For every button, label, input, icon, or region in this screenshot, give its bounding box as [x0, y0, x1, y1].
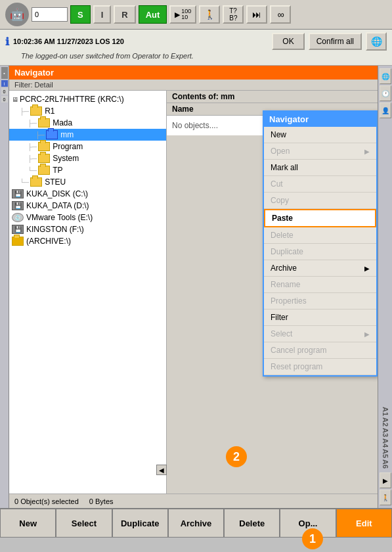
right-btn-person[interactable]: 👤: [380, 103, 391, 118]
arrow-archive: ▶: [364, 265, 370, 272]
sidebar-icon-1: ▪: [1, 67, 8, 79]
tree-item-vmware[interactable]: 💿 VMware Tools (E:\): [9, 212, 166, 223]
connector-system: ├─: [28, 155, 37, 162]
tree-item-kingston-label: KINGSTON (F:\): [26, 225, 84, 234]
tree-item-system[interactable]: ├─ System: [9, 152, 166, 164]
tree-item-mm-label: mm: [60, 130, 74, 139]
tree-item-program-label: Program: [53, 142, 83, 151]
tree-item-steu-label: STEU: [45, 177, 66, 187]
btn-walk[interactable]: 🚶: [199, 5, 220, 24]
right-label-a4: A4: [381, 438, 389, 448]
folder-icon-program: [38, 142, 50, 151]
right-btn-play[interactable]: ▶: [380, 472, 391, 488]
info-icon: ℹ: [5, 35, 9, 48]
btn-duplicate[interactable]: Duplicate: [112, 509, 168, 538]
scroll-left-btn[interactable]: ◀: [156, 465, 167, 475]
tree-item-kingston[interactable]: 💾 KINGSTON (F:\): [9, 223, 166, 235]
menu-item-select[interactable]: Select ▶: [264, 326, 376, 342]
drive-icon-kingston: 💾: [12, 225, 24, 234]
tree-item-kuka-data-label: KUKA_DATA (D:\): [26, 201, 89, 210]
size-status: 0 Bytes: [89, 497, 114, 505]
menu-item-rename[interactable]: Rename: [264, 277, 376, 293]
btn-skip[interactable]: ⏭: [246, 5, 267, 24]
tree-item-tp[interactable]: └─ TP: [9, 164, 166, 176]
btn-s[interactable]: S: [70, 5, 91, 24]
info-message: The logged-on user switched from Operato…: [0, 52, 392, 62]
menu-item-cut[interactable]: Cut: [264, 176, 376, 193]
btn-new[interactable]: New: [0, 509, 56, 538]
tree-item-program[interactable]: ├─ Program: [9, 141, 166, 152]
folder-icon-mm: [46, 130, 58, 139]
tree-item-r1[interactable]: ├─ R1: [9, 105, 166, 117]
bottom-toolbar: New Select Duplicate Archive Delete Op..…: [0, 508, 392, 538]
menu-item-duplicate[interactable]: Duplicate: [264, 244, 376, 260]
btn-ok[interactable]: OK: [272, 33, 304, 50]
connector-steu: └─: [20, 179, 29, 186]
status-bar: 0 Object(s) selected 0 Bytes: [9, 494, 378, 508]
right-btn-globe[interactable]: 🌐: [380, 68, 391, 84]
btn-confirm-all[interactable]: Confirm all: [309, 33, 362, 50]
filter-label: Filter:: [14, 81, 33, 89]
root-icon: 🖥: [12, 96, 18, 103]
arrow-open: ▶: [364, 148, 370, 155]
btn-select[interactable]: Select: [56, 509, 112, 538]
connector-tp: └─: [28, 167, 37, 174]
right-label-a5: A5: [381, 449, 389, 458]
context-menu: Navigator New Open ▶ Mark all Cut: [263, 110, 378, 377]
tree-item-kuka-data[interactable]: 💾 KUKA_DATA (D:\): [9, 200, 166, 212]
right-btn-walk2[interactable]: 🚶: [380, 490, 391, 505]
right-btn-clock[interactable]: 🕐: [380, 85, 391, 101]
contents-label: Contents of: mm: [172, 92, 234, 101]
btn-r[interactable]: R: [114, 5, 135, 24]
menu-item-open[interactable]: Open ▶: [264, 143, 376, 160]
btn-infinity[interactable]: ∞: [270, 5, 291, 24]
btn-play[interactable]: ▶ 10010: [169, 5, 196, 24]
btn-delete[interactable]: Delete: [224, 509, 280, 538]
folder-icon-tp: [38, 166, 50, 175]
top-bar: 🤖 S I R Aut ▶ 10010 🚶 T?B? ⏭ ∞: [0, 0, 392, 30]
btn-aut[interactable]: Aut: [139, 5, 167, 24]
tree-item-mada-label: Mada: [53, 118, 72, 127]
no-objects-label: No objects....: [172, 121, 218, 130]
btn-globe[interactable]: 🌐: [366, 32, 387, 51]
sidebar-icon-2: i: [1, 80, 8, 87]
folder-icon-system: [38, 154, 50, 163]
menu-item-paste[interactable]: Paste: [264, 209, 376, 227]
menu-item-cancel-program[interactable]: Cancel program: [264, 342, 376, 359]
tree-item-system-label: System: [53, 154, 79, 163]
menu-item-archive[interactable]: Archive ▶: [264, 260, 376, 277]
btn-i[interactable]: I: [93, 5, 112, 24]
tree-item-archive[interactable]: (ARCHIVE:\): [9, 235, 166, 247]
btn-tool[interactable]: T?B?: [223, 5, 244, 24]
menu-item-reset-program[interactable]: Reset program: [264, 359, 376, 375]
tree-item-r1-label: R1: [45, 106, 54, 116]
tree-item-mm[interactable]: ├─ mm: [9, 129, 166, 141]
tree-item-kuka-disk-label: KUKA_DISK (C:\): [26, 189, 88, 198]
menu-item-filter[interactable]: Filter: [264, 310, 376, 326]
navigator-filter-bar: Filter: Detail: [9, 80, 378, 91]
left-sidebar: ▪ i 0 0: [0, 66, 9, 508]
tree-item-root[interactable]: 🖥 PCRC-2RL7HHTTRE (KRC:\): [9, 93, 166, 105]
content-area: Contents of: mm Name No objects.... Navi…: [167, 91, 378, 494]
tree-item-mada[interactable]: ├─ Mada: [9, 117, 166, 129]
menu-item-copy[interactable]: Copy: [264, 193, 376, 209]
connector-r1: ├─: [20, 108, 29, 115]
btn-archive[interactable]: Archive: [168, 509, 224, 538]
connector-mm: ├─: [35, 131, 45, 139]
menu-item-new[interactable]: New: [264, 127, 376, 143]
top-input[interactable]: [32, 7, 68, 22]
disk-icon-vmware: 💿: [12, 213, 24, 222]
btn-edit[interactable]: Edit: [336, 509, 392, 538]
menu-item-properties[interactable]: Properties: [264, 293, 376, 310]
tree-item-kuka-disk[interactable]: 💾 KUKA_DISK (C:\): [9, 188, 166, 200]
tree-panel[interactable]: 🖥 PCRC-2RL7HHTTRE (KRC:\) ├─ R1 ├─ Mada: [9, 91, 167, 494]
right-label-a6: A6: [381, 459, 389, 469]
folder-icon-mada: [38, 118, 50, 127]
sidebar-icon-3: 0: [1, 88, 8, 95]
menu-item-mark-all[interactable]: Mark all: [264, 160, 376, 176]
drive-icon-kuka-disk: 💾: [12, 189, 24, 198]
right-label-a1: A1: [381, 407, 389, 416]
tree-item-steu[interactable]: └─ STEU: [9, 176, 166, 188]
navigator-title-bar: Navigator: [9, 66, 378, 80]
menu-item-delete[interactable]: Delete: [264, 227, 376, 244]
